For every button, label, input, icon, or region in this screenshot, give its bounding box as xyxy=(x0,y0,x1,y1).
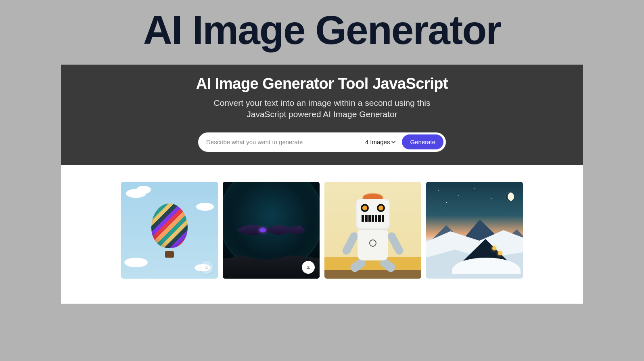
download-button[interactable] xyxy=(200,261,213,274)
prompt-bar: 4 Images Generate xyxy=(198,132,446,152)
generated-image xyxy=(426,182,523,279)
result-card-robot-plush[interactable] xyxy=(324,182,421,279)
image-count-select[interactable]: 4 Images xyxy=(363,139,398,145)
result-card-night-cabin[interactable] xyxy=(426,182,523,279)
image-count-label: 4 Images xyxy=(365,139,390,145)
result-card-hot-air-balloon[interactable] xyxy=(121,182,218,279)
download-button[interactable] xyxy=(302,261,315,274)
prompt-input[interactable] xyxy=(206,139,359,145)
chevron-down-icon xyxy=(391,140,395,144)
generate-button[interactable]: Generate xyxy=(402,134,443,149)
download-icon xyxy=(204,264,209,271)
page-title: AI Image Generator xyxy=(0,0,644,58)
gallery xyxy=(61,165,583,304)
download-icon xyxy=(305,264,311,271)
generated-image xyxy=(324,182,421,279)
hero-subtitle: Convert your text into an image within a… xyxy=(193,97,451,120)
app-container: AI Image Generator Tool JavaScript Conve… xyxy=(61,65,583,304)
result-card-purple-spaceship[interactable] xyxy=(223,182,320,279)
hero-title: AI Image Generator Tool JavaScript xyxy=(77,75,567,92)
hero-section: AI Image Generator Tool JavaScript Conve… xyxy=(61,65,583,165)
